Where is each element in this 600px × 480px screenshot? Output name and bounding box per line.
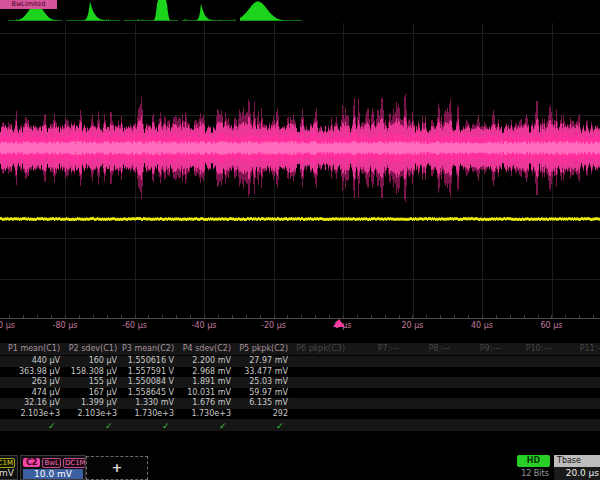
- time-axis-label: 20 µs: [402, 320, 424, 331]
- channel-c2-descriptor[interactable]: C2 BwL DC1M 10.0 mV: [20, 455, 86, 480]
- c2-bwlimit-badge: BwLimited: [0, 0, 57, 9]
- measure-value: 155 µV: [61, 377, 117, 388]
- measure-value: 1.557591 V: [118, 367, 174, 378]
- timebase-value: 20.0 µs: [554, 467, 600, 480]
- time-axis-label: 40 µs: [471, 320, 493, 331]
- measure-header-p7[interactable]: P7:---: [343, 344, 399, 355]
- time-axis-label: -60 µs: [122, 320, 147, 331]
- measure-value: 1.330 mV: [118, 398, 174, 409]
- measure-value: 25.03 mV: [232, 377, 288, 388]
- measure-value: 160 µV: [61, 356, 117, 367]
- c2-label-badge: C2: [23, 458, 40, 467]
- table-row-stripe: [0, 419, 600, 431]
- c2-bandwidth-badge: BwL: [42, 458, 60, 468]
- measure-value: 33.477 mV: [232, 367, 288, 378]
- oscilloscope-screen: BwLimited -100 µs-80 µs-60 µs-40 µs-20 µ…: [0, 0, 600, 480]
- time-axis-label: 60 µs: [541, 320, 563, 331]
- time-axis-label: -100 µs: [0, 320, 15, 331]
- measure-value: 263 µV: [4, 377, 60, 388]
- measure-value: 10.031 mV: [175, 388, 231, 399]
- c2-volts-div-value: 10.0 mV: [23, 469, 83, 480]
- measure-status-check: ✓: [276, 421, 284, 431]
- hd-mode-badge: HD: [517, 455, 550, 467]
- trigger-position-marker[interactable]: [333, 319, 345, 327]
- measure-value: 1.730e+3: [118, 409, 174, 420]
- c1-coupling-badge: DC1M: [0, 458, 15, 468]
- timebase-descriptor[interactable]: Tbase 20.0 µs: [554, 455, 600, 480]
- waveform-grid-canvas: [0, 0, 600, 320]
- measure-histicons-canvas: [0, 0, 600, 23]
- measure-value: 6.135 mV: [232, 398, 288, 409]
- measure-value: 2.968 mV: [175, 367, 231, 378]
- c1-volts-div-value: 0 mV: [0, 468, 17, 479]
- time-axis-label: -40 µs: [192, 320, 217, 331]
- measure-value: 1.558645 V: [118, 388, 174, 399]
- measure-value: 363.98 µV: [4, 367, 60, 378]
- measure-value: 440 µV: [4, 356, 60, 367]
- measure-header-p4[interactable]: P4 sdev(C2): [175, 344, 231, 355]
- c2-badge-row: C2 BwL DC1M: [21, 456, 85, 468]
- channel-c1-descriptor[interactable]: C1 DC1M 0 mV: [0, 455, 18, 480]
- measure-header-p8[interactable]: P8:---: [394, 344, 450, 355]
- measure-value: 292: [232, 409, 288, 420]
- c2-coupling-badge: DC1M: [63, 458, 86, 468]
- measure-value: 1.550084 V: [118, 377, 174, 388]
- time-axis-label: -20 µs: [261, 320, 286, 331]
- measure-header-p1[interactable]: P1 mean(C1): [4, 344, 60, 355]
- measure-value: 474 µV: [4, 388, 60, 399]
- measure-value: 1.399 µV: [61, 398, 117, 409]
- measure-value: 1.676 mV: [175, 398, 231, 409]
- measure-header-p9[interactable]: P9:---: [445, 344, 501, 355]
- measure-status-check: ✓: [105, 421, 113, 431]
- measure-value: 1.730e+3: [175, 409, 231, 420]
- measure-status-check: ✓: [162, 421, 170, 431]
- measure-header-p10[interactable]: P10:---: [496, 344, 552, 355]
- add-trace-button[interactable]: +: [86, 456, 148, 480]
- measure-value: 1.891 mV: [175, 377, 231, 388]
- measure-value: 2.200 mV: [175, 356, 231, 367]
- adc-bits-label: 12 Bits: [517, 469, 553, 478]
- measure-value: 2.103e+3: [61, 409, 117, 420]
- measure-header-p6[interactable]: P6 pkpk(C3): [289, 344, 345, 355]
- measure-value: 1.550616 V: [118, 356, 174, 367]
- time-axis-label: -80 µs: [53, 320, 78, 331]
- measure-value: 32.16 µV: [4, 398, 60, 409]
- measure-value: 27.97 mV: [232, 356, 288, 367]
- measure-header-p5[interactable]: P5 pkpk(C2): [232, 344, 288, 355]
- measure-header-p11[interactable]: P11:---: [550, 344, 600, 355]
- c1-badge-row: C1 DC1M: [0, 456, 17, 468]
- measure-header-p2[interactable]: P2 sdev(C1): [61, 344, 117, 355]
- measure-value: 167 µV: [61, 388, 117, 399]
- measure-status-check: ✓: [48, 421, 56, 431]
- measure-header-p3[interactable]: P3 mean(C2): [118, 344, 174, 355]
- timebase-label: Tbase: [554, 455, 600, 467]
- measure-value: 59.97 mV: [232, 388, 288, 399]
- measure-status-check: ✓: [219, 421, 227, 431]
- bottom-bar: C1 DC1M 0 mV C2 BwL DC1M 10.0 mV + HD 12…: [0, 455, 600, 480]
- measure-value: 2.103e+3: [4, 409, 60, 420]
- measure-value: 158.308 µV: [61, 367, 117, 378]
